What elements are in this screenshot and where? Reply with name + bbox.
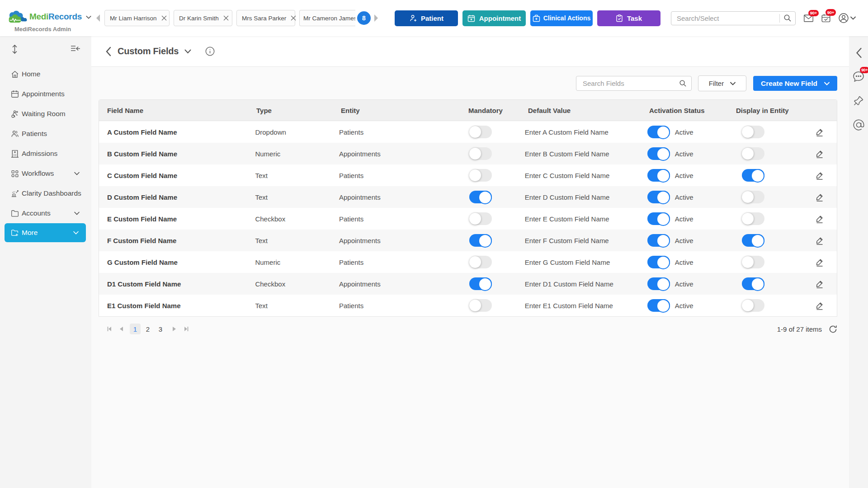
patient-tab[interactable]: Dr Karin Smith — [174, 10, 232, 26]
display-toggle[interactable] — [742, 299, 764, 312]
task-button[interactable]: Task — [597, 10, 660, 26]
close-tab-icon[interactable] — [223, 15, 229, 21]
tab-overflow-badge[interactable]: 8 — [357, 11, 371, 25]
edit-icon[interactable] — [816, 193, 824, 202]
sidebar-item-accounts[interactable]: Accounts — [0, 203, 91, 223]
display-toggle[interactable] — [742, 234, 764, 247]
brand-block[interactable]: MediRecords MediRecords Admin — [0, 4, 91, 33]
edit-icon[interactable] — [816, 215, 824, 223]
field-search-icon[interactable] — [679, 80, 687, 87]
activation-toggle[interactable] — [647, 234, 670, 247]
cell-mandatory — [466, 212, 525, 225]
mandatory-toggle[interactable] — [469, 191, 492, 203]
title-chevron-down-icon[interactable] — [184, 49, 191, 54]
brand-chevron-down-icon[interactable] — [86, 15, 91, 19]
chat-icon[interactable]: 90+ — [853, 71, 864, 82]
table-toolbar: Filter Create New Field — [99, 76, 837, 91]
activation-toggle[interactable] — [647, 126, 670, 138]
sidebar-item-admissions[interactable]: Admissions — [0, 144, 91, 164]
last-page-icon[interactable] — [180, 324, 192, 334]
sidebar-item-waiting-room[interactable]: Waiting Room — [0, 104, 91, 124]
sidebar-item-patients[interactable]: Patients — [0, 124, 91, 144]
edit-icon[interactable] — [816, 150, 824, 158]
collapse-sidebar-icon[interactable] — [71, 45, 80, 53]
patient-button[interactable]: Patient — [395, 10, 458, 26]
activation-toggle[interactable] — [647, 169, 670, 182]
resize-vertical-icon[interactable] — [11, 44, 18, 54]
user-menu[interactable] — [839, 13, 856, 23]
edit-icon[interactable] — [816, 236, 824, 245]
edit-icon[interactable] — [816, 301, 824, 310]
page-number-1[interactable]: 1 — [130, 324, 141, 334]
close-tab-icon[interactable] — [161, 15, 167, 21]
prev-page-icon[interactable] — [115, 324, 127, 334]
page-number-3[interactable]: 3 — [155, 324, 166, 334]
mandatory-toggle[interactable] — [469, 299, 492, 312]
display-toggle[interactable] — [742, 256, 764, 268]
activation-toggle[interactable] — [647, 299, 670, 312]
refresh-icon[interactable] — [829, 325, 837, 333]
mention-icon[interactable] — [853, 119, 864, 131]
pin-icon[interactable] — [853, 95, 864, 106]
edit-icon[interactable] — [816, 171, 824, 180]
mandatory-toggle[interactable] — [469, 234, 492, 247]
patient-tab[interactable]: Mr Cameron James — [299, 10, 355, 26]
activation-toggle[interactable] — [647, 147, 670, 160]
collapse-rail-icon[interactable] — [856, 47, 862, 58]
mandatory-toggle[interactable] — [469, 277, 492, 290]
mandatory-toggle[interactable] — [469, 256, 492, 268]
edit-icon[interactable] — [816, 258, 824, 267]
filter-chevron-down-icon — [730, 82, 736, 85]
search-icon[interactable] — [780, 14, 795, 22]
cell-field-name: G Custom Field Name — [99, 258, 255, 266]
display-toggle[interactable] — [742, 147, 764, 160]
back-icon[interactable] — [105, 47, 111, 56]
create-new-field-button[interactable]: Create New Field — [753, 76, 837, 91]
tabs-scroll-right-icon[interactable] — [373, 13, 379, 23]
global-search-input[interactable] — [671, 14, 779, 22]
display-toggle[interactable] — [742, 212, 764, 225]
col-header-entity: Entity — [341, 107, 468, 114]
mandatory-toggle[interactable] — [469, 126, 492, 138]
clinical-actions-button[interactable]: Clinical Actions — [530, 10, 593, 26]
patient-tab[interactable]: Mrs Sara Parker — [236, 10, 295, 26]
sidebar-item-label: Workflows — [22, 169, 74, 178]
cell-mandatory — [466, 277, 525, 290]
display-toggle[interactable] — [742, 169, 764, 182]
next-page-icon[interactable] — [169, 324, 180, 334]
display-toggle[interactable] — [742, 126, 764, 138]
mail-icon[interactable]: 90+ — [804, 14, 813, 22]
sidebar-item-more[interactable]: More — [5, 223, 86, 242]
cell-default-value: Enter F Custom Field Name — [525, 237, 645, 244]
activation-toggle[interactable] — [647, 256, 670, 268]
filter-button[interactable]: Filter — [698, 75, 746, 91]
appointment-button[interactable]: Appointment — [462, 10, 526, 26]
tabs-scroll-left-icon[interactable] — [95, 13, 100, 23]
sidebar-item-label: Admissions — [22, 150, 80, 158]
info-icon[interactable] — [205, 47, 215, 56]
activation-toggle[interactable] — [647, 277, 670, 290]
cell-field-name: D Custom Field Name — [99, 193, 255, 201]
col-header-default-value: Default Value — [528, 107, 649, 114]
field-search-input[interactable] — [576, 80, 679, 87]
calendar-check-icon[interactable]: 90+ — [821, 14, 830, 23]
display-toggle[interactable] — [742, 277, 764, 290]
edit-icon[interactable] — [816, 128, 824, 136]
calendar-plus-icon — [467, 14, 475, 22]
activation-toggle[interactable] — [647, 212, 670, 225]
sidebar-item-workflows[interactable]: Workflows — [0, 164, 91, 183]
mandatory-toggle[interactable] — [469, 169, 492, 182]
mandatory-toggle[interactable] — [469, 147, 492, 160]
close-tab-icon[interactable] — [291, 15, 296, 21]
sidebar-item-appointments[interactable]: Appointments — [0, 84, 91, 104]
sidebar-item-home[interactable]: Home — [0, 64, 91, 84]
cell-entity: Patients — [339, 302, 466, 310]
display-toggle[interactable] — [742, 191, 764, 203]
first-page-icon[interactable] — [104, 324, 115, 334]
sidebar-item-clarity-dashboards[interactable]: Clarity Dashboards — [0, 183, 91, 203]
edit-icon[interactable] — [816, 280, 824, 288]
patient-tab[interactable]: Mr Liam Harrison — [104, 10, 170, 26]
page-number-2[interactable]: 2 — [142, 324, 153, 334]
mandatory-toggle[interactable] — [469, 212, 492, 225]
activation-toggle[interactable] — [647, 191, 670, 203]
